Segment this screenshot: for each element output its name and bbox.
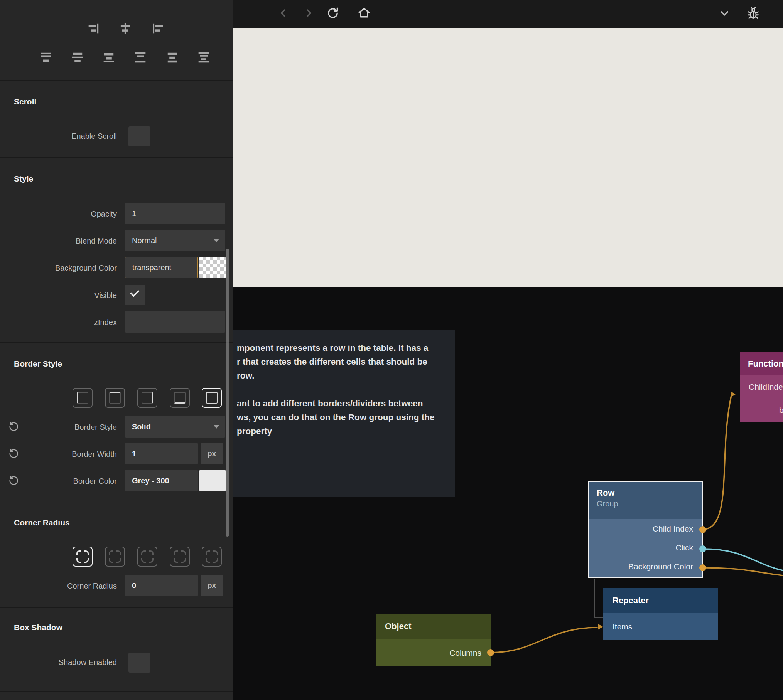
toolbar-divider (267, 0, 267, 28)
debug-bug-icon[interactable] (746, 6, 761, 22)
toolbar-divider (349, 0, 349, 28)
node-function[interactable]: Function ChildInde b (740, 352, 783, 422)
corner-topright-button[interactable] (137, 547, 157, 567)
properties-panel: Scroll Enable Scroll Style Opacity 1 Ble… (0, 0, 233, 700)
node-row-group[interactable]: Row Group Child Index Click Background C… (588, 481, 703, 578)
sidebar-scrollbar[interactable] (226, 249, 229, 537)
border-width-input[interactable]: 1 (125, 443, 198, 464)
node-repeater[interactable]: Repeater Items (603, 588, 718, 640)
port-clipped-label: b (779, 399, 783, 422)
tooltip-line: row. (237, 369, 445, 383)
section-divider (0, 607, 233, 608)
border-side-left-button[interactable] (73, 388, 93, 408)
border-color-value: Grey - 300 (132, 476, 169, 485)
node-object[interactable]: Object Columns (376, 614, 491, 666)
hierarchy-line-horizontal (594, 617, 603, 618)
port-arrow-items[interactable] (598, 624, 603, 630)
align-bottom-icon[interactable] (101, 50, 116, 67)
tooltip-line: ws, you can do that on the Row group usi… (237, 411, 445, 424)
corner-bottomleft-button[interactable] (170, 547, 190, 567)
corner-radius-label: Corner Radius (0, 582, 117, 591)
port-arrow-childindex[interactable] (731, 391, 736, 397)
border-style-dropdown[interactable]: Solid (125, 416, 225, 438)
node-title[interactable]: Object (376, 614, 491, 639)
section-divider (0, 691, 233, 692)
section-title-style: Style (14, 174, 33, 183)
corner-radius-input[interactable]: 0 (125, 575, 198, 596)
opacity-input[interactable]: 1 (125, 203, 225, 224)
corner-all-button[interactable] (73, 547, 93, 567)
visible-label: Visible (0, 291, 117, 300)
port-clipped[interactable]: b (740, 399, 783, 422)
refresh-icon[interactable] (326, 6, 340, 22)
port-dot-columns[interactable] (487, 649, 494, 656)
home-icon[interactable] (357, 6, 371, 22)
align-center-horizontal-icon[interactable] (117, 20, 133, 37)
enable-scroll-checkbox[interactable] (128, 126, 150, 146)
align-right-edge-icon[interactable] (86, 20, 101, 37)
background-color-label: Background Color (0, 264, 117, 273)
distribute-vertical-icon[interactable] (165, 50, 180, 67)
corner-radius-value: 0 (132, 581, 136, 590)
border-color-label: Border Color (0, 477, 117, 486)
tooltip-line: property (237, 424, 445, 438)
node-row-header[interactable]: Row Group (589, 482, 702, 519)
section-title-scroll: Scroll (14, 97, 36, 106)
border-side-bottom-button[interactable] (170, 388, 190, 408)
zindex-input[interactable] (125, 311, 225, 333)
forward-icon[interactable] (302, 7, 315, 21)
background-color-value: transparent (132, 263, 171, 272)
section-divider (0, 80, 233, 81)
border-width-value: 1 (132, 449, 136, 458)
align-top-icon[interactable] (38, 50, 54, 67)
section-title-border-style: Border Style (14, 359, 62, 369)
tooltip-line: r that creates the different cells that … (237, 355, 445, 369)
background-color-input[interactable]: transparent (125, 257, 198, 278)
dropdown-chevron-icon (214, 239, 219, 242)
blend-mode-dropdown[interactable]: Normal (125, 230, 225, 251)
dropdown-chevron-icon (214, 425, 219, 429)
border-width-unit: px (201, 443, 223, 464)
shadow-enabled-checkbox[interactable] (128, 653, 150, 673)
section-title-box-shadow: Box Shadow (14, 623, 62, 632)
corner-topleft-button[interactable] (105, 547, 125, 567)
port-background-color[interactable]: Background Color (589, 557, 702, 576)
border-side-all-button[interactable] (202, 388, 222, 408)
section-title-corner-radius: Corner Radius (14, 518, 70, 527)
port-click[interactable]: Click (589, 538, 702, 557)
border-style-value: Solid (132, 422, 151, 431)
port-dot-background-color[interactable] (699, 564, 706, 571)
preview-toolbar (233, 0, 783, 28)
back-icon[interactable] (277, 7, 290, 21)
shadow-enabled-label: Shadow Enabled (0, 658, 117, 667)
port-childindex[interactable]: ChildInde (740, 375, 783, 399)
corner-bottomright-button[interactable] (202, 547, 222, 567)
chevron-down-icon[interactable] (718, 7, 731, 21)
section-divider (0, 157, 233, 158)
tooltip-gap (237, 383, 445, 397)
node-title: Row (597, 488, 702, 498)
align-middle-icon[interactable] (70, 50, 85, 67)
visible-checkbox[interactable] (125, 285, 145, 305)
border-color-swatch[interactable] (199, 470, 226, 491)
stretch-vertical-icon[interactable] (133, 50, 148, 67)
node-title[interactable]: Function (740, 352, 783, 375)
port-items[interactable]: Items (603, 613, 718, 640)
node-title[interactable]: Repeater (603, 588, 718, 613)
border-side-top-button[interactable] (105, 388, 125, 408)
opacity-value: 1 (132, 209, 136, 218)
corner-radius-unit: px (201, 575, 223, 596)
zindex-label: zIndex (0, 318, 117, 327)
border-width-label: Border Width (0, 450, 117, 459)
space-between-vertical-icon[interactable] (196, 50, 211, 67)
align-left-edge-icon[interactable] (150, 20, 165, 37)
port-child-index[interactable]: Child Index (589, 519, 702, 538)
port-columns[interactable]: Columns (376, 639, 491, 666)
port-dot-child-index[interactable] (699, 526, 706, 533)
border-color-input[interactable]: Grey - 300 (125, 470, 198, 491)
port-dot-click[interactable] (699, 545, 706, 552)
enable-scroll-label: Enable Scroll (0, 132, 117, 141)
app-preview-pane (233, 28, 783, 287)
background-color-swatch[interactable] (199, 257, 226, 278)
border-side-right-button[interactable] (137, 388, 157, 408)
